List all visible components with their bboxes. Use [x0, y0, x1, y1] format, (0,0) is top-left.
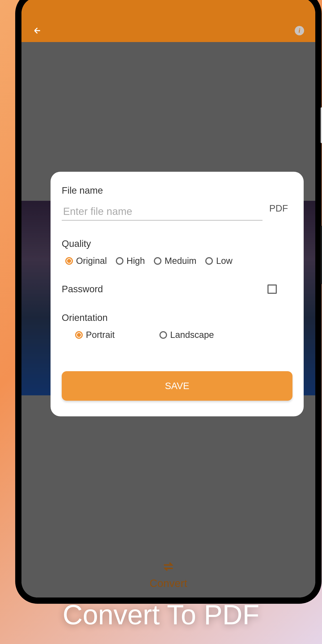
save-button[interactable]: SAVE [62, 371, 292, 401]
quality-option-low[interactable]: Low [205, 256, 232, 266]
volume-button [321, 226, 322, 284]
orientation-landscape-label: Landscape [170, 330, 214, 340]
radio-icon [116, 257, 124, 265]
footer-tagline: Convert To PDF [0, 599, 322, 630]
orientation-portrait-label: Portrait [86, 330, 115, 340]
radio-icon [154, 257, 162, 265]
radio-icon [65, 257, 73, 265]
power-button [321, 107, 322, 143]
orientation-label: Orientation [62, 312, 292, 323]
back-icon[interactable] [33, 26, 42, 35]
quality-original-label: Original [76, 256, 107, 266]
quality-high-label: High [126, 256, 145, 266]
orientation-option-portrait[interactable]: Portrait [75, 330, 115, 340]
extension-label: PDF [269, 203, 292, 220]
password-checkbox[interactable] [268, 284, 277, 294]
radio-icon [160, 331, 167, 339]
filename-input[interactable] [62, 202, 262, 220]
orientation-option-landscape[interactable]: Landscape [160, 330, 214, 340]
quality-option-original[interactable]: Original [65, 256, 107, 266]
radio-icon [205, 257, 213, 265]
phone-frame: i Convert File name PDF [15, 0, 322, 604]
info-icon[interactable]: i [295, 26, 304, 35]
quality-medium-label: Meduim [164, 256, 196, 266]
radio-icon [75, 331, 83, 339]
quality-option-high[interactable]: High [116, 256, 145, 266]
quality-low-label: Low [216, 256, 232, 266]
phone-screen: i Convert File name PDF [22, 0, 315, 598]
quality-option-medium[interactable]: Meduim [154, 256, 196, 266]
password-label: Password [62, 284, 103, 294]
content-area: Convert File name PDF Quality Original [22, 42, 315, 598]
filename-label: File name [62, 185, 292, 196]
save-dialog: File name PDF Quality Original Hi [50, 172, 304, 416]
quality-label: Quality [62, 238, 292, 249]
app-bar: i [22, 0, 315, 42]
